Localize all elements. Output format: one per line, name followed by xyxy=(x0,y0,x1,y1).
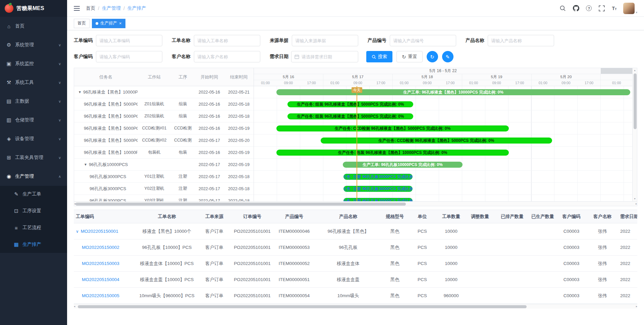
product-name-input[interactable] xyxy=(488,35,554,46)
customer-code-input[interactable] xyxy=(96,51,162,62)
work-order-name-input[interactable] xyxy=(194,35,260,46)
demand-date-input[interactable] xyxy=(302,54,355,59)
table-row[interactable]: ∨MO202205150001 移液盒【黑色】10000个客户订单PO20220… xyxy=(74,223,637,239)
gantt-row[interactable]: 96孔移液盒【黑色】5000PCSCCD检测#01CCD检测2022-05-16… xyxy=(74,122,254,134)
customer-name-input[interactable] xyxy=(194,51,260,62)
scroll-down-icon[interactable]: ▾ xyxy=(634,197,635,201)
user-menu[interactable]: ▾ xyxy=(623,3,637,14)
gantt-row[interactable]: 96孔移液盒【黑色】5000PCSCCD检测#02CCD检测2022-05-17… xyxy=(74,134,254,147)
gantt-row[interactable]: 96孔孔板3000PCSY03注塑机注塑2022-05-172022-05-18 xyxy=(74,195,254,201)
github-icon[interactable] xyxy=(573,5,579,12)
work-order-link[interactable]: MO202205150004 xyxy=(82,277,119,282)
scrollbar-thumb[interactable] xyxy=(78,305,527,308)
table-row[interactable]: MO202205150002 96孔孔板【10000】PCS客户订单PO2022… xyxy=(74,239,637,256)
row-expand-icon[interactable]: ∨ xyxy=(76,229,79,234)
table-row[interactable]: MO202205150005 10mm吸头【960000】PCS客户订单PO20… xyxy=(74,288,637,304)
scroll-right-icon[interactable]: ▸ xyxy=(636,202,637,206)
table-horizontal-scrollbar[interactable]: ◂ ▸ xyxy=(74,304,637,309)
chevron-down-icon: ∨ xyxy=(58,118,61,122)
sidebar-item-warehouse[interactable]: ▥仓储管理∨ xyxy=(0,111,67,129)
chevron-down-icon: ∨ xyxy=(58,137,61,141)
sidebar-item-process-settings[interactable]: ⊡工序设置 xyxy=(0,203,67,219)
document-icon: ▤ xyxy=(6,98,12,104)
sidebar-item-home[interactable]: ⌂首页 xyxy=(0,17,67,36)
gantt-bar-task-selected[interactable]: 生产任务: 注塑 96孔孔板3000PCS 完成比例: 0% xyxy=(343,198,412,201)
sidebar-item-work-orders[interactable]: ✎生产工单 xyxy=(0,186,67,203)
work-order-link[interactable]: MO202205150003 xyxy=(82,261,119,266)
scrollbar-thumb[interactable] xyxy=(75,203,406,206)
table-header-row: 工单编码工单名称工单来源订单编号产品编号产品名称规格型号单位工单数量调整数量已排… xyxy=(74,210,637,223)
sidebar-item-production[interactable]: ◉生产管理∧ xyxy=(0,167,67,186)
gantt-row[interactable]: 96孔孔板3000PCSY02注塑机注塑2022-05-172022-05-18 xyxy=(74,183,254,195)
gantt-row[interactable]: 96孔移液盒【黑色】5000PCSZ01组装机组装2022-05-162022-… xyxy=(74,98,254,110)
sidebar-item-system-monitor[interactable]: ▣系统监控∨ xyxy=(0,54,67,73)
monitor-icon: ▣ xyxy=(6,61,12,67)
gantt-horizontal-scrollbar[interactable]: ◂ ▸ xyxy=(74,201,637,206)
font-size-icon[interactable]: TT xyxy=(612,6,616,11)
sidebar-item-system-tools[interactable]: ⚒系统工具∨ xyxy=(0,73,67,92)
collapse-caret-icon[interactable]: ▼ xyxy=(84,163,87,166)
sidebar-item-system-management[interactable]: ⚙系统管理∨ xyxy=(0,36,67,54)
source-doc-input[interactable] xyxy=(292,35,358,46)
gantt-bar-task[interactable]: 生产任务: 包装 96孔移液盒【黑色】10000PCS 完成比例: 0% xyxy=(276,150,509,156)
breadcrumb-scheduling[interactable]: 生产排产 xyxy=(127,5,146,11)
table-row[interactable]: MO202205150004 移液盒盒盖【10000】PCS客户订单PO2022… xyxy=(74,272,637,288)
list-icon: ≡ xyxy=(13,225,19,231)
demand-date-picker[interactable] xyxy=(291,51,358,62)
gantt-bar-work-order[interactable]: 生产工单: 96孔孔板10000PCS 完成比例: 0% xyxy=(343,162,462,168)
gantt-bar-work-order[interactable]: 生产工单: 96孔移液盒【黑色】10000PCS 完成比例: 0% xyxy=(276,89,631,95)
gantt-bar-task-selected[interactable]: 生产任务: 注塑 96孔孔板3000PCS 完成比例: 0% xyxy=(343,174,412,180)
tab-home[interactable]: 首页 xyxy=(74,19,90,28)
search-button[interactable]: 搜索 xyxy=(366,51,392,62)
help-icon[interactable]: ? xyxy=(586,5,592,11)
edit-schedule-button[interactable]: ✎ xyxy=(442,51,453,62)
sidebar-item-scheduling[interactable]: ▦生产排产 xyxy=(0,236,67,253)
breadcrumb-home[interactable]: 首页 xyxy=(86,5,95,11)
filter-product-code: 产品编号 xyxy=(368,35,456,46)
timeline-range-header: 5月 16 - 5月 22 xyxy=(254,68,632,74)
work-order-code-input[interactable] xyxy=(96,35,162,46)
reset-button[interactable]: ↻重置 xyxy=(396,51,423,62)
breadcrumb-production[interactable]: 生产管理 xyxy=(102,5,121,11)
gantt-main: 任务名 工作站 工序 开始时间 结束时间 ▼96孔移液盒【黑色】10000PCS… xyxy=(74,68,637,201)
gantt-bar-task-selected[interactable]: 生产任务: 注塑 96孔孔板3000PCS 完成比例: 0% xyxy=(343,186,412,192)
tab-scheduling[interactable]: 生产排产× xyxy=(92,19,125,28)
gantt-chart-body: 今天 生产工单: 96孔移液盒【黑色】10000PCS 完成比例: 0% 生产任… xyxy=(254,86,632,201)
filter-row-1: 工单编码 工单名称 来源单据 产品编号 产品名称 xyxy=(74,35,637,46)
gantt-vertical-scrollbar[interactable]: ▴ ▾ xyxy=(632,68,637,201)
sidebar-item-equipment[interactable]: ◈设备管理∨ xyxy=(0,129,67,148)
app-logo-icon xyxy=(5,4,13,13)
table-row[interactable]: MO202205150003 移液盒盒体【10000】PCS客户订单PO2022… xyxy=(74,256,637,272)
fullscreen-icon[interactable] xyxy=(598,5,605,12)
gantt-row[interactable]: 96孔移液盒【黑色】5000PCSZ02组装机组装2022-05-162022-… xyxy=(74,110,254,122)
tab-close-icon[interactable]: × xyxy=(119,21,122,25)
scroll-right-icon[interactable]: ▸ xyxy=(636,304,637,309)
search-icon[interactable] xyxy=(559,5,566,12)
gantt-row[interactable]: ▼96孔孔板10000PCS2022-05-172022-05-19 xyxy=(74,159,254,171)
gantt-row[interactable]: ▼96孔移液盒【黑色】10000PCS2022-05-162022-05-21 xyxy=(74,86,254,98)
scroll-up-icon[interactable]: ▴ xyxy=(634,68,635,73)
gantt-task-table: 任务名 工作站 工序 开始时间 结束时间 ▼96孔移液盒【黑色】10000PCS… xyxy=(74,68,254,201)
gantt-bar-task[interactable]: 生产任务: 组装 96孔移液盒【黑色】5000PCS 完成比例: 0% xyxy=(287,101,413,107)
collapse-caret-icon[interactable]: ▼ xyxy=(78,90,82,94)
scrollbar-thumb[interactable] xyxy=(634,73,637,129)
gantt-bar-task[interactable]: 生产任务: 组装 96孔移液盒【黑色】5000PCS 完成比例: 0% xyxy=(287,113,413,119)
sidebar-item-master-data[interactable]: ▤主数据∨ xyxy=(0,92,67,111)
gantt-row[interactable]: 96孔移液盒【黑色】10000PCS包装机包装2022-05-162022-05… xyxy=(74,147,254,159)
avatar[interactable] xyxy=(623,3,635,14)
sidebar-item-fixtures[interactable]: ⊞工装夹具管理∨ xyxy=(0,148,67,167)
gantt-bar-task[interactable]: 生产任务: CCD检测 96孔移液盒【黑色】5000PCS 完成比例: 0% xyxy=(321,138,552,144)
work-order-link[interactable]: MO202205150005 xyxy=(82,293,119,298)
gantt-bar-task[interactable]: 生产任务: CCD检测 96孔移液盒【黑色】5000PCS 完成比例: 0% xyxy=(276,125,509,131)
chevron-down-icon: ∨ xyxy=(58,62,61,66)
product-code-input[interactable] xyxy=(390,35,456,46)
refresh-gantt-button[interactable]: ↻ xyxy=(427,51,438,62)
work-order-link[interactable]: MO202205150002 xyxy=(82,245,119,250)
work-order-link[interactable]: MO202205150001 xyxy=(81,229,118,234)
caret-down-icon: ▾ xyxy=(636,11,637,14)
timeline-days-header: 5月 16 5月 17 5月 18 5月 19 5月 20 xyxy=(254,74,632,80)
today-badge: 今天 xyxy=(352,87,362,93)
gantt-row[interactable]: 96孔孔板3000PCSY01注塑机注塑2022-05-172022-05-18 xyxy=(74,171,254,183)
sidebar-toggle-icon[interactable] xyxy=(74,6,80,11)
sidebar-item-process-flow[interactable]: ≡工艺流程 xyxy=(0,219,67,236)
